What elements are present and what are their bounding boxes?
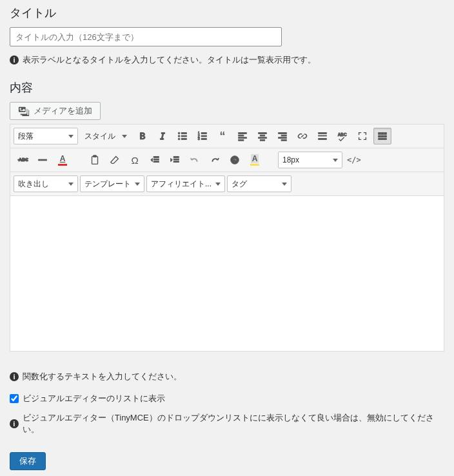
bulleted-list-button[interactable] (173, 128, 192, 144)
bold-icon (137, 130, 148, 142)
spellcheck-icon: ABC (337, 130, 348, 142)
italic-button[interactable] (153, 128, 172, 144)
title-help-text: 表示ラベルとなるタイトルを入力してください。タイトルは一覧表示用です。 (23, 54, 316, 66)
template-dropdown[interactable]: テンプレート (80, 175, 144, 192)
add-media-button[interactable]: メディアを追加 (10, 102, 101, 120)
affiliate-dropdown[interactable]: アフィリエイト... (146, 175, 225, 192)
align-left-button[interactable] (233, 128, 252, 144)
chevron-down-icon (122, 135, 127, 138)
blockquote-button[interactable]: “ (213, 128, 232, 144)
link-icon (297, 130, 308, 142)
toolbar-toggle-button[interactable] (373, 128, 391, 144)
editor-wrap: 段落 スタイル 123 “ ABC ABC A Ω ? A (10, 124, 444, 352)
speech-dropdown-label: 吹き出し (18, 179, 49, 190)
toolbar-row-2: ABC A Ω ? A 18px </> (10, 148, 444, 172)
bg-color-dropdown[interactable] (266, 152, 276, 168)
template-dropdown-label: テンプレート (84, 179, 131, 190)
bg-color-icon: A (250, 154, 259, 166)
help-button[interactable]: ? (226, 152, 244, 168)
svg-rect-23 (281, 139, 286, 141)
text-color-dropdown[interactable] (74, 152, 84, 168)
chevron-down-icon (135, 183, 140, 186)
undo-button[interactable] (186, 152, 204, 168)
numbered-list-button[interactable]: 123 (193, 128, 212, 144)
svg-rect-33 (384, 135, 387, 137)
paragraph-dropdown[interactable]: 段落 (14, 128, 78, 144)
svg-rect-40 (153, 157, 159, 158)
hr-button[interactable] (34, 152, 52, 168)
chevron-down-icon (282, 183, 287, 186)
svg-rect-21 (281, 135, 286, 136)
content-help-line: i 関数化するテキストを入力してください。 (10, 371, 444, 382)
svg-point-1 (178, 135, 180, 137)
paste-text-button[interactable] (86, 152, 104, 168)
visual-editor-help-text: ビジュアルエディター（TinyMCE）のドロップダウンリストにに表示しなくて良い… (23, 412, 444, 435)
svg-text:3: 3 (198, 137, 200, 141)
bg-color-button[interactable]: A (246, 152, 264, 168)
svg-rect-19 (260, 139, 264, 141)
svg-rect-29 (381, 133, 384, 135)
spellcheck-button[interactable]: ABC (333, 128, 351, 144)
style-dropdown-label: スタイル (84, 131, 115, 142)
indent-button[interactable] (166, 152, 184, 168)
speech-bubble-dropdown[interactable]: 吹き出し (14, 175, 78, 192)
visual-editor-help-line: i ビジュアルエディター（TinyMCE）のドロップダウンリストにに表示しなくて… (10, 412, 444, 435)
svg-rect-34 (379, 139, 387, 140)
media-icon (18, 105, 30, 117)
editor-content-area[interactable] (10, 196, 444, 351)
svg-rect-10 (201, 135, 206, 137)
svg-rect-31 (379, 135, 381, 137)
paragraph-dropdown-label: 段落 (18, 131, 34, 142)
read-more-button[interactable] (313, 128, 331, 144)
svg-rect-25 (319, 135, 327, 136)
svg-rect-43 (173, 157, 179, 158)
svg-rect-45 (173, 161, 179, 163)
style-dropdown[interactable]: スタイル (80, 128, 132, 144)
link-button[interactable] (293, 128, 311, 144)
align-left-icon (237, 130, 248, 142)
fullscreen-button[interactable] (353, 128, 371, 144)
svg-rect-4 (181, 135, 186, 137)
clear-formatting-button[interactable] (106, 152, 124, 168)
chevron-down-icon (68, 183, 74, 186)
add-media-label: メディアを追加 (34, 105, 92, 117)
help-icon: ? (229, 154, 241, 166)
svg-rect-37 (39, 159, 47, 161)
svg-rect-13 (239, 135, 244, 136)
svg-rect-14 (239, 137, 247, 139)
svg-rect-9 (201, 133, 206, 134)
info-icon: i (10, 419, 19, 428)
svg-rect-20 (279, 133, 287, 134)
redo-button[interactable] (206, 152, 224, 168)
source-code-button[interactable]: </> (344, 155, 364, 164)
svg-rect-11 (201, 139, 206, 140)
align-center-button[interactable] (253, 128, 271, 144)
save-button[interactable]: 保存 (10, 452, 46, 470)
chevron-down-icon (68, 135, 74, 138)
align-right-button[interactable] (273, 128, 291, 144)
svg-rect-41 (153, 159, 159, 160)
outdent-button[interactable] (146, 152, 164, 168)
strikethrough-button[interactable]: ABC (14, 152, 32, 168)
svg-rect-17 (260, 135, 264, 136)
fontsize-dropdown-label: 18px (282, 155, 299, 164)
special-char-button[interactable]: Ω (126, 152, 144, 168)
clipboard-icon (89, 154, 101, 166)
svg-rect-28 (379, 133, 381, 135)
fontsize-dropdown[interactable]: 18px (278, 152, 342, 168)
toolbar-row-3: 吹き出し テンプレート アフィリエイト... タグ (10, 172, 444, 196)
info-icon: i (10, 55, 19, 64)
chevron-down-icon (215, 183, 221, 186)
svg-rect-16 (259, 133, 267, 134)
svg-rect-15 (239, 139, 244, 141)
bold-button[interactable] (133, 128, 152, 144)
svg-text:ABC: ABC (338, 132, 347, 137)
text-color-button[interactable]: A (54, 152, 72, 168)
toolbar-row-1: 段落 スタイル 123 “ ABC (10, 124, 444, 148)
affiliate-dropdown-label: アフィリエイト... (151, 179, 212, 190)
svg-rect-26 (319, 139, 327, 140)
visual-editor-checkbox-row[interactable]: ビジュアルエディターのリストに表示 (10, 393, 444, 404)
tag-dropdown[interactable]: タグ (227, 175, 291, 192)
visual-editor-checkbox[interactable] (10, 394, 19, 403)
title-input[interactable] (10, 27, 282, 46)
